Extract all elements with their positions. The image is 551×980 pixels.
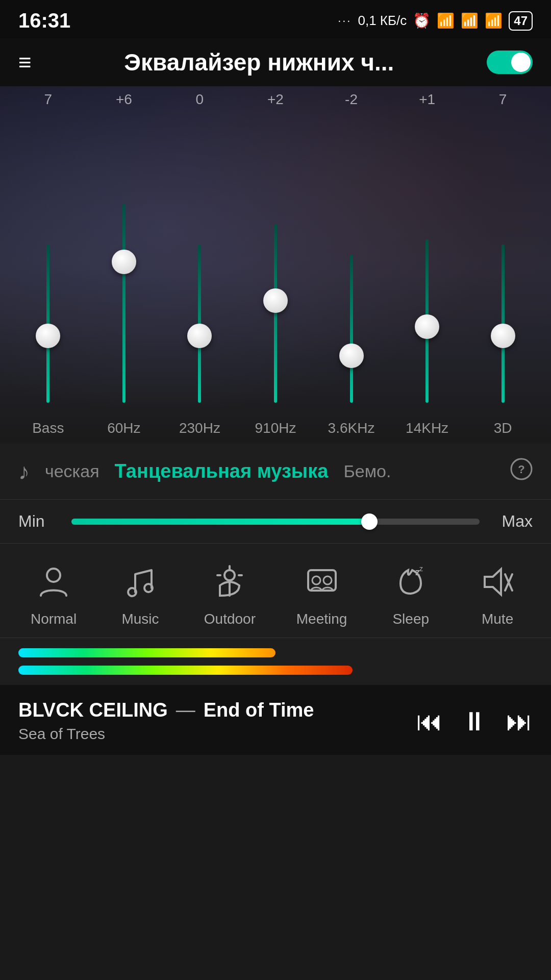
- sleep-icon: z z: [393, 564, 429, 600]
- player-info: BLVCK CEILING — End of Time Sea of Trees: [18, 699, 314, 743]
- page-title: Эквалайзер нижних ч...: [32, 48, 487, 76]
- next-button[interactable]: ⏭: [506, 706, 533, 737]
- outdoor-icon: [212, 564, 247, 600]
- eq-knob-60hz[interactable]: [112, 250, 136, 274]
- eq-knob-36khz[interactable]: [339, 344, 364, 368]
- eq-knob-14khz[interactable]: [415, 314, 439, 339]
- outdoor-icon-wrap: [207, 559, 253, 605]
- bass-fill: [71, 519, 369, 525]
- mode-sleep-label: Sleep: [392, 611, 429, 627]
- bass-thumb[interactable]: [361, 513, 378, 530]
- alarm-icon: ⏰: [413, 12, 431, 29]
- mode-music[interactable]: Music: [117, 559, 163, 627]
- eq-label-top-6: 7: [470, 91, 536, 108]
- bass-min-label: Min: [18, 512, 59, 531]
- player-controls: ⏮ ⏸ ⏭: [416, 706, 533, 737]
- mode-outdoor-label: Outdoor: [204, 611, 256, 627]
- preset-next[interactable]: Бемо.: [343, 461, 391, 481]
- bass-slider[interactable]: [71, 519, 480, 525]
- eq-slider-910hz[interactable]: [242, 224, 309, 403]
- normal-icon-wrap: [31, 559, 77, 605]
- equalizer-toggle[interactable]: [487, 51, 533, 74]
- eq-slider-bass[interactable]: [15, 244, 81, 403]
- sound-modes-section: Normal Music Outdoor: [0, 544, 551, 638]
- preset-prev[interactable]: ческая: [45, 461, 99, 481]
- eq-label-top-2: 0: [166, 91, 233, 108]
- eq-label-bot-bass: Bass: [15, 420, 81, 436]
- prev-button[interactable]: ⏮: [416, 706, 443, 737]
- svg-point-2: [47, 569, 60, 582]
- eq-label-top-3: +2: [242, 91, 309, 108]
- eq-knob-bass[interactable]: [36, 324, 60, 348]
- svg-point-12: [312, 576, 320, 584]
- eq-track-14khz: [425, 239, 429, 403]
- eq-track-36khz: [350, 255, 353, 403]
- svg-point-5: [224, 570, 235, 580]
- signal2-icon: 📶: [461, 12, 479, 29]
- mode-outdoor[interactable]: Outdoor: [204, 559, 256, 627]
- color-bar-2: [18, 666, 353, 675]
- eq-label-bot-60hz: 60Hz: [91, 420, 157, 436]
- battery-indicator: 47: [509, 11, 533, 31]
- network-speed: 0,1 КБ/с: [358, 13, 407, 29]
- eq-knob-910hz[interactable]: [263, 288, 288, 313]
- menu-icon[interactable]: ≡: [18, 50, 32, 75]
- meeting-icon: [304, 564, 340, 600]
- music-icon: [122, 564, 158, 600]
- mode-sleep[interactable]: z z Sleep: [388, 559, 434, 627]
- eq-track-60hz: [122, 204, 126, 403]
- mute-icon-wrap: [474, 559, 520, 605]
- music-icon-wrap: [117, 559, 163, 605]
- equalizer-area: 7 +6 0 +2 -2 +1 7: [0, 86, 551, 444]
- status-dots: ···: [338, 14, 352, 28]
- eq-track-230hz: [198, 244, 201, 403]
- eq-label-bot-3d: 3D: [470, 420, 536, 436]
- eq-slider-60hz[interactable]: [91, 204, 157, 403]
- eq-label-bot-14khz: 14KHz: [394, 420, 460, 436]
- eq-label-bot-910hz: 910Hz: [242, 420, 309, 436]
- eq-label-top-4: -2: [318, 91, 385, 108]
- sleep-icon-wrap: z z: [388, 559, 434, 605]
- pause-button[interactable]: ⏸: [461, 706, 488, 737]
- player-track-name: End of Time: [204, 699, 314, 721]
- preset-active[interactable]: Танцевальная музыка: [115, 460, 329, 482]
- eq-slider-36khz[interactable]: [318, 255, 385, 403]
- player-artist: Sea of Trees: [18, 725, 314, 743]
- eq-slider-230hz[interactable]: [166, 244, 233, 403]
- player-separator: —: [176, 699, 195, 721]
- eq-label-top-5: +1: [394, 91, 460, 108]
- status-bar: 16:31 ··· 0,1 КБ/с ⏰ 📶 📶 📶 47: [0, 0, 551, 38]
- preset-help-icon[interactable]: ?: [510, 458, 533, 485]
- player-section: BLVCK CEILING — End of Time Sea of Trees…: [0, 685, 551, 755]
- mode-mute[interactable]: Mute: [474, 559, 520, 627]
- svg-text:z: z: [419, 565, 423, 573]
- signal-icon: 📶: [437, 12, 455, 29]
- mute-icon: [480, 564, 515, 600]
- eq-knob-230hz[interactable]: [187, 324, 212, 348]
- bass-boost-section: Min Max: [0, 500, 551, 544]
- eq-top-labels: 7 +6 0 +2 -2 +1 7: [0, 91, 551, 108]
- eq-bottom-labels: Bass 60Hz 230Hz 910Hz 3.6KHz 14KHz 3D: [0, 420, 551, 436]
- mode-meeting[interactable]: Meeting: [296, 559, 347, 627]
- mode-normal-label: Normal: [31, 611, 77, 627]
- eq-label-top-0: 7: [15, 91, 81, 108]
- meeting-icon-wrap: [299, 559, 345, 605]
- status-time: 16:31: [18, 9, 70, 32]
- mode-normal[interactable]: Normal: [31, 559, 77, 627]
- eq-knob-3d[interactable]: [491, 324, 515, 348]
- player-track-title: BLVCK CEILING: [18, 699, 168, 721]
- color-bars-section: [0, 638, 551, 685]
- color-bar-1: [18, 648, 276, 657]
- eq-slider-3d[interactable]: [470, 244, 536, 403]
- bass-max-label: Max: [492, 512, 533, 531]
- eq-track-bass: [46, 244, 49, 403]
- svg-point-13: [323, 576, 332, 584]
- eq-slider-14khz[interactable]: [394, 239, 460, 403]
- mode-music-label: Music: [121, 611, 159, 627]
- toggle-knob: [511, 53, 531, 72]
- eq-track-910hz: [274, 224, 277, 403]
- wifi-icon: 📶: [485, 12, 503, 29]
- eq-sliders-container: [0, 117, 551, 403]
- preset-section: ♪ ческая Танцевальная музыка Бемо. ?: [0, 444, 551, 500]
- mode-mute-label: Mute: [482, 611, 513, 627]
